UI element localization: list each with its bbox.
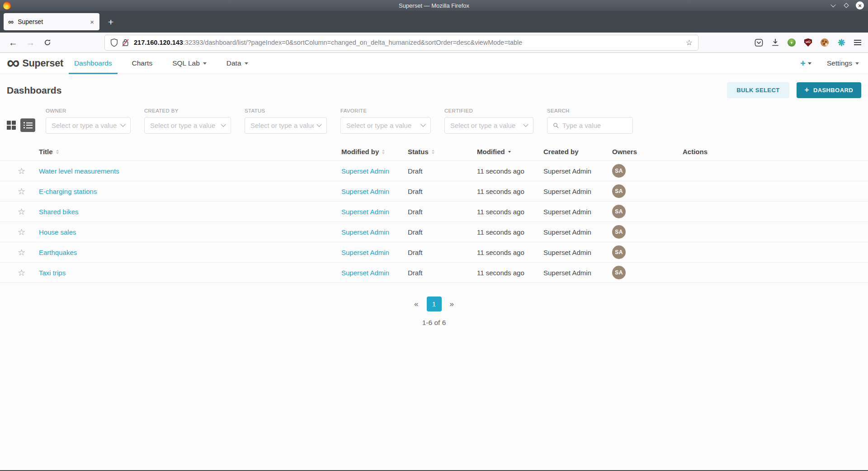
favorite-star-icon[interactable]: ☆: [18, 207, 25, 216]
dashboard-title-link[interactable]: House sales: [39, 228, 76, 236]
tab-title: Superset: [18, 18, 89, 25]
favorite-star-icon[interactable]: ☆: [18, 248, 25, 257]
superset-favicon-icon: ∞: [8, 18, 14, 26]
search-input[interactable]: [562, 122, 627, 129]
cookie-extension-icon[interactable]: [821, 38, 829, 47]
created-by-text: Superset Admin: [543, 208, 612, 216]
pocket-icon[interactable]: [755, 38, 763, 47]
favorite-star-icon[interactable]: ☆: [18, 167, 25, 175]
owner-avatar[interactable]: SA: [612, 266, 626, 279]
column-header-owners: Owners: [612, 148, 683, 155]
window-controls: ×: [830, 1, 868, 9]
owner-avatar[interactable]: SA: [612, 245, 626, 259]
table-row: ☆ House sales Superset Admin Draft 11 se…: [0, 222, 868, 242]
column-header-title[interactable]: Title: [39, 148, 341, 155]
page-header: Dashboards BULK SELECT + DASHBOARD: [0, 74, 868, 98]
filter-owner: OWNER Select or type a value: [46, 108, 131, 134]
pagination-prev[interactable]: «: [412, 298, 420, 311]
nav-item-dashboards[interactable]: Dashboards: [64, 53, 122, 74]
dashboard-title-link[interactable]: E-charging stations: [39, 188, 97, 195]
favorite-star-icon[interactable]: ☆: [18, 187, 25, 196]
sort-icon: [508, 151, 511, 153]
containers-extension-icon[interactable]: [837, 38, 845, 47]
filter-label: STATUS: [245, 108, 327, 113]
search-filter[interactable]: [547, 117, 633, 134]
page-title: Dashboards: [7, 85, 61, 96]
download-icon[interactable]: [772, 38, 779, 47]
dashboard-title-link[interactable]: Taxi trips: [39, 269, 66, 277]
favorite-star-icon[interactable]: ☆: [18, 268, 25, 277]
owner-avatar[interactable]: SA: [612, 205, 626, 218]
pagination-page-1[interactable]: 1: [427, 297, 442, 311]
filter-select[interactable]: Select or type a value: [144, 117, 231, 134]
modified-by-link[interactable]: Superset Admin: [341, 167, 389, 175]
list-view-toggle-icon[interactable]: [20, 118, 35, 132]
dashboard-title-link[interactable]: Water level measurements: [39, 167, 119, 175]
modified-by-link[interactable]: Superset Admin: [341, 228, 389, 236]
modified-by-link[interactable]: Superset Admin: [341, 269, 389, 277]
browser-toolbar: ← → 217.160.120.143:32393/dashboard/list…: [0, 33, 868, 53]
filter-select[interactable]: Select or type a value: [340, 117, 431, 134]
new-tab-button[interactable]: +: [108, 17, 113, 27]
pagination-summary: 1-6 of 6: [0, 319, 868, 327]
chevron-down-icon: [120, 122, 125, 127]
column-header-actions: Actions: [683, 148, 868, 155]
url-bar[interactable]: 217.160.120.143:32393/dashboard/list/?pa…: [105, 35, 698, 50]
window-maximize-button[interactable]: [843, 2, 850, 9]
modified-by-link[interactable]: Superset Admin: [341, 188, 389, 195]
privacy-badger-extension-icon[interactable]: [788, 38, 796, 47]
tracking-protection-shield-icon[interactable]: [110, 38, 118, 47]
filter-search: SEARCH: [547, 108, 633, 134]
filter-select[interactable]: Select or type a value: [444, 117, 533, 134]
modified-by-link[interactable]: Superset Admin: [341, 249, 389, 256]
back-button[interactable]: ←: [6, 38, 20, 48]
modified-time: 11 seconds ago: [477, 269, 543, 277]
card-view-toggle-icon[interactable]: [7, 121, 16, 130]
column-header-modified-by[interactable]: Modified by: [341, 148, 408, 155]
owner-avatar[interactable]: SA: [612, 164, 626, 178]
insecure-lock-icon[interactable]: [122, 38, 129, 47]
table-body: ☆ Water level measurements Superset Admi…: [0, 161, 868, 283]
bulk-select-button[interactable]: BULK SELECT: [727, 82, 789, 98]
new-dashboard-button[interactable]: + DASHBOARD: [797, 82, 861, 98]
created-by-text: Superset Admin: [543, 167, 612, 175]
filter-status: STATUS Select or type a value: [245, 108, 327, 134]
favorite-star-icon[interactable]: ☆: [18, 228, 25, 236]
filter-select[interactable]: Select or type a value: [245, 117, 327, 134]
nav-item-data[interactable]: Data: [217, 53, 258, 74]
modified-by-link[interactable]: Superset Admin: [341, 208, 389, 216]
superset-logo[interactable]: ∞ Superset: [7, 53, 63, 74]
add-new-menu-button[interactable]: +: [800, 58, 811, 69]
settings-menu-button[interactable]: Settings: [827, 59, 859, 67]
owner-avatar[interactable]: SA: [612, 225, 626, 239]
ublock-origin-extension-icon[interactable]: uO: [804, 38, 812, 47]
column-header-modified[interactable]: Modified: [477, 148, 543, 155]
column-header-status[interactable]: Status: [408, 148, 477, 155]
nav-item-sql-lab[interactable]: SQL Lab: [162, 53, 217, 74]
superset-navbar: ∞ Superset DashboardsChartsSQL LabData +…: [0, 53, 868, 74]
table-row: ☆ Shared bikes Superset Admin Draft 11 s…: [0, 202, 868, 222]
forward-button[interactable]: →: [24, 38, 37, 48]
pagination-next[interactable]: »: [448, 298, 456, 311]
table-row: ☆ Water level measurements Superset Admi…: [0, 161, 868, 181]
dashboard-title-link[interactable]: Earthquakes: [39, 249, 77, 256]
browser-tab-superset[interactable]: ∞ Superset ×: [4, 13, 99, 30]
filters: OWNER Select or type a value CREATED BY …: [46, 108, 633, 134]
view-mode-toggles: [7, 118, 35, 132]
window-minimize-button[interactable]: [830, 2, 837, 9]
tab-close-icon[interactable]: ×: [89, 18, 95, 26]
modified-time: 11 seconds ago: [477, 249, 543, 256]
main-nav: DashboardsChartsSQL LabData: [64, 53, 258, 74]
dashboard-title-link[interactable]: Shared bikes: [39, 208, 79, 216]
filter-label: OWNER: [46, 108, 131, 113]
table-header-row: TitleModified byStatusModifiedCreated by…: [0, 143, 868, 161]
nav-item-charts[interactable]: Charts: [122, 53, 163, 74]
owner-avatar[interactable]: SA: [612, 184, 626, 198]
reload-button[interactable]: [41, 39, 54, 46]
window-close-button[interactable]: ×: [856, 1, 864, 9]
bookmark-star-icon[interactable]: ☆: [686, 38, 693, 47]
menu-hamburger-icon[interactable]: [854, 40, 861, 45]
chevron-down-icon: [245, 62, 248, 65]
created-by-text: Superset Admin: [543, 228, 612, 236]
filter-select[interactable]: Select or type a value: [46, 117, 131, 134]
